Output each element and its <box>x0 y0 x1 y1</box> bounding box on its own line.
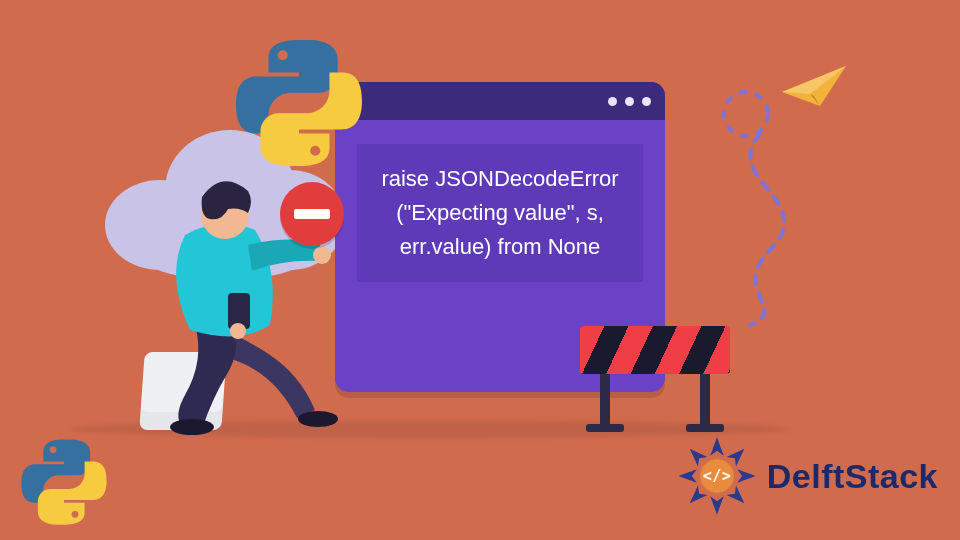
plane-trail <box>660 90 840 330</box>
road-barrier-icon <box>580 326 730 432</box>
delftstack-brand: </> DelftStack <box>675 434 938 518</box>
svg-point-0 <box>170 419 214 435</box>
window-dot-icon <box>608 97 617 106</box>
delftstack-logo-icon: </> <box>675 434 759 518</box>
svg-text:</>: </> <box>702 467 731 485</box>
svg-point-6 <box>724 92 768 136</box>
python-logo-icon <box>234 38 364 168</box>
window-dot-icon <box>625 97 634 106</box>
svg-point-1 <box>298 411 338 427</box>
svg-point-5 <box>230 323 246 339</box>
python-logo-icon <box>20 438 108 526</box>
brand-name: DelftStack <box>767 457 938 496</box>
svg-point-3 <box>313 246 331 264</box>
error-code-text: raise JSONDecodeError ("Expecting value"… <box>357 144 643 282</box>
paper-plane-icon <box>780 62 850 112</box>
minus-circle-icon <box>280 182 344 246</box>
window-titlebar <box>335 82 665 120</box>
window-dot-icon <box>642 97 651 106</box>
